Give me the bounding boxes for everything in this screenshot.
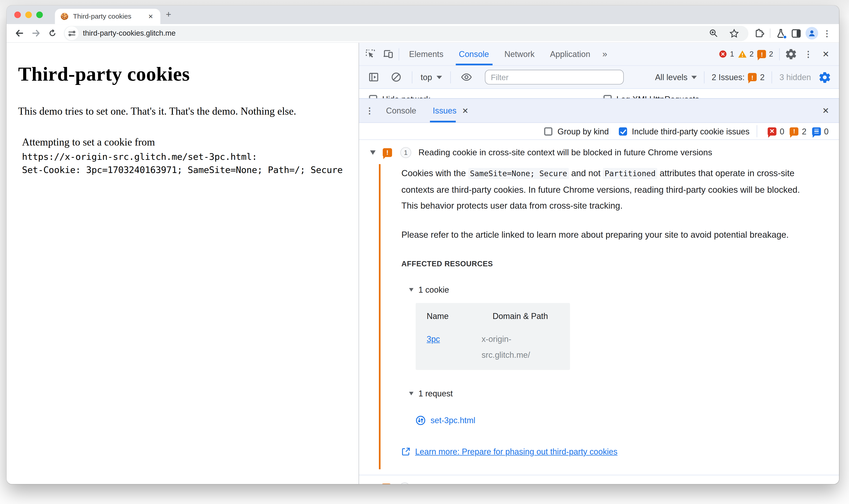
maximize-window-button[interactable]	[36, 12, 43, 18]
learn-more-link[interactable]: Learn more: Prepare for phasing out thir…	[415, 444, 618, 459]
site-info-icon[interactable]	[65, 26, 78, 40]
url-text[interactable]: third-party-cookies.glitch.me	[83, 29, 702, 37]
request-group-toggle[interactable]: 1 request	[409, 385, 801, 401]
issues-tab-close-icon[interactable]: ✕	[462, 106, 468, 115]
browser-menu-icon[interactable]: ⋮	[820, 26, 834, 40]
side-panel-icon[interactable]	[790, 26, 803, 40]
device-toolbar-icon[interactable]	[379, 43, 396, 66]
issue-details: Cookies with the SameSite=None; Secure a…	[379, 164, 839, 469]
code-samesite: SameSite=None; Secure	[468, 168, 569, 179]
issues-summary-button[interactable]: 2 Issues: ! 2	[712, 72, 764, 82]
log-xhr-label: Log XMLHttpRequests	[616, 94, 699, 98]
log-levels-dropdown[interactable]: All levels	[655, 72, 697, 82]
forward-icon[interactable]	[29, 26, 43, 40]
affected-cookies-table: Name Domain & Path 3pc x-origin-src.glit…	[415, 303, 570, 370]
issue-row-expanded[interactable]: ! 1 Reading cookie in cross-site context…	[359, 140, 839, 164]
issue-bubble-icon: !	[748, 73, 757, 81]
issue-count-badge[interactable]: ! 2	[758, 43, 773, 66]
tab-strip: 🍪 Third-party cookies ✕ +	[6, 5, 839, 24]
bookmark-star-icon[interactable]	[727, 26, 741, 40]
console-filter-input[interactable]	[485, 70, 624, 85]
issue-title: Setting cookie in cross-site context wil…	[417, 483, 706, 484]
console-toolbar: top All levels 2 Issues:	[359, 66, 839, 89]
browser-window: 🍪 Third-party cookies ✕ +	[6, 5, 839, 484]
console-sidebar-toggle-icon[interactable]	[365, 72, 382, 83]
issue-paragraph-1: Cookies with the SameSite=None; Secure a…	[401, 165, 801, 214]
labs-notification-dot	[783, 35, 787, 39]
issues-summary-count: 2	[760, 72, 764, 82]
new-tab-button[interactable]: +	[160, 8, 177, 21]
cookie-name-link[interactable]: 3pc	[427, 334, 440, 343]
devtools-menu-icon[interactable]: ⋮	[799, 43, 817, 66]
cookie-domain-path: x-origin-src.glitch.me/	[481, 331, 559, 363]
info-bubble-icon	[812, 127, 821, 135]
issue-severity-icon: !	[382, 484, 391, 484]
extensions-icon[interactable]	[753, 26, 766, 40]
console-settings-row-clipped: Hide network Log XMLHttpRequests	[359, 89, 839, 98]
more-tabs-icon[interactable]: »	[598, 43, 612, 66]
issue-paragraph-2: Please refer to the article linked to le…	[401, 227, 801, 242]
address-bar[interactable]: third-party-cookies.glitch.me	[64, 25, 748, 41]
code-partitioned: Partitioned	[603, 168, 657, 179]
labs-flask-icon[interactable]	[774, 26, 788, 40]
back-icon[interactable]	[12, 26, 26, 40]
zoom-icon[interactable]	[707, 26, 720, 40]
issues-error-count: 0	[780, 126, 784, 136]
content-row: Third-party cookies This demo tries to s…	[6, 43, 839, 484]
hide-network-checkbox[interactable]	[369, 95, 377, 98]
drawer-tab-console[interactable]: Console	[378, 99, 425, 122]
request-file-link[interactable]: set-3pc.html	[430, 412, 475, 428]
issues-summary-label: 2 Issues:	[712, 72, 744, 82]
clear-console-icon[interactable]	[387, 72, 405, 83]
minimize-window-button[interactable]	[25, 12, 32, 18]
drawer-close-icon[interactable]: ✕	[818, 104, 834, 118]
group-by-kind-checkbox[interactable]: Group by kind	[544, 126, 609, 136]
error-count: 1	[730, 50, 734, 58]
tab-elements[interactable]: Elements	[401, 43, 451, 66]
tab-console[interactable]: Console	[451, 43, 497, 66]
reload-icon[interactable]	[45, 26, 59, 40]
error-bubble-icon: ✕	[768, 127, 777, 135]
log-xhr-checkbox[interactable]	[603, 95, 612, 98]
warning-count-badge[interactable]: 2	[738, 43, 754, 66]
live-expression-eye-icon[interactable]	[458, 71, 475, 83]
context-selector[interactable]: top	[420, 72, 443, 82]
browser-tab[interactable]: 🍪 Third-party cookies ✕	[55, 9, 160, 24]
page-description: This demo tries to set one. That's it. T…	[18, 105, 359, 118]
request-group-label: 1 request	[418, 385, 453, 401]
include-third-party-checkbox[interactable]: Include third-party cookie issues	[619, 126, 749, 136]
devtools-drawer: ⋮ Console Issues ✕ ✕ Group by kind	[359, 98, 839, 484]
context-label: top	[421, 72, 432, 82]
hidden-messages-label[interactable]: 3 hidden	[779, 72, 811, 82]
warning-bubble-icon: !	[790, 127, 799, 135]
toolbar-divider	[770, 29, 770, 38]
attempt-url: https://x-origin-src.glitch.me/set-3pc.h…	[22, 150, 359, 164]
browser-toolbar: third-party-cookies.glitch.me	[6, 24, 839, 43]
devtools-close-icon[interactable]: ✕	[817, 43, 834, 66]
group-by-kind-label: Group by kind	[558, 126, 609, 136]
tab-close-icon[interactable]: ✕	[146, 12, 156, 21]
drawer-tab-bar: ⋮ Console Issues ✕ ✕	[359, 99, 839, 123]
issue-title: Reading cookie in cross-site context wil…	[418, 148, 712, 158]
drawer-tab-issues-label: Issues	[433, 106, 457, 115]
drawer-menu-icon[interactable]: ⋮	[361, 99, 378, 122]
issues-severity-counts: ✕ 0 ! 2 0	[768, 126, 831, 136]
collapse-triangle-icon[interactable]	[370, 150, 375, 155]
devtools-settings-gear-icon[interactable]	[782, 43, 799, 66]
column-header-domain-path: Domain & Path	[481, 308, 559, 324]
profile-avatar[interactable]	[805, 26, 818, 40]
attempt-line: Attempting to set a cookie from	[22, 134, 359, 150]
drawer-tab-issues[interactable]: Issues ✕	[425, 99, 477, 122]
tab-network[interactable]: Network	[497, 43, 542, 66]
learn-more-row: Learn more: Prepare for phasing out thir…	[401, 444, 801, 459]
error-count-badge[interactable]: 1	[719, 43, 734, 66]
cookie-status-block: Attempting to set a cookie from https://…	[22, 134, 359, 177]
tab-application[interactable]: Application	[542, 43, 598, 66]
issue-row-collapsed[interactable]: ! 1 Setting cookie in cross-site context…	[359, 475, 839, 484]
cookie-group-toggle[interactable]: 1 cookie	[409, 282, 801, 298]
console-settings-gear-icon[interactable]	[816, 72, 834, 83]
inspect-element-icon[interactable]	[361, 43, 379, 66]
close-window-button[interactable]	[14, 12, 21, 18]
issues-info-count: 0	[824, 126, 829, 136]
tab-title: Third-party cookies	[73, 13, 142, 20]
